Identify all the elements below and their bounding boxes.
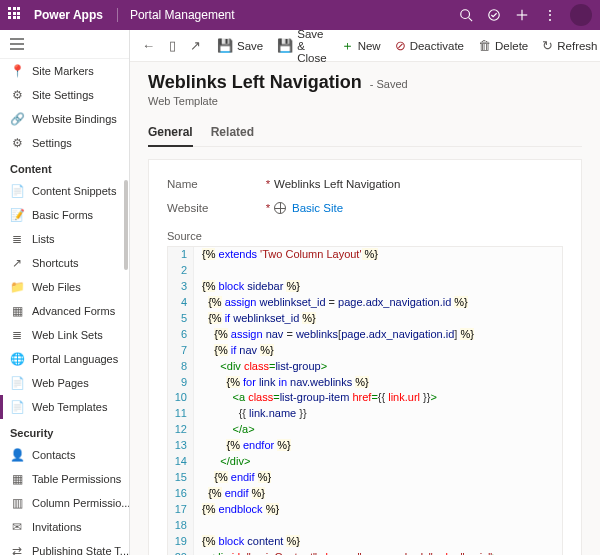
sidebar-item-icon: ≣ bbox=[10, 328, 24, 342]
sidebar-item[interactable]: ▦Advanced Forms bbox=[0, 299, 129, 323]
sidebar-item-icon: 🌐 bbox=[10, 352, 24, 366]
name-label: Name bbox=[167, 178, 262, 190]
source-label: Source bbox=[167, 230, 563, 242]
sidebar-item[interactable]: ≣Lists bbox=[0, 227, 129, 251]
sidebar-item-icon: 📝 bbox=[10, 208, 24, 222]
sidebar-item[interactable]: 📄Web Templates bbox=[0, 395, 129, 419]
sidebar-item-icon: ▦ bbox=[10, 472, 24, 486]
sidebar-item[interactable]: ↗Shortcuts bbox=[0, 251, 129, 275]
sidebar-item[interactable]: ≣Web Link Sets bbox=[0, 323, 129, 347]
deactivate-button[interactable]: ⊘Deactivate bbox=[389, 35, 470, 56]
sidebar-item-icon: 🔗 bbox=[10, 112, 24, 126]
sidebar-item-label: Web Files bbox=[32, 281, 81, 293]
search-icon[interactable] bbox=[452, 8, 480, 22]
sidebar-item[interactable]: ⇄Publishing State T... bbox=[0, 539, 129, 555]
tab-related[interactable]: Related bbox=[211, 119, 254, 146]
website-lookup[interactable]: Basic Site bbox=[292, 202, 343, 214]
name-field[interactable]: Weblinks Left Navigation bbox=[274, 178, 563, 190]
module-label: Portal Management bbox=[117, 8, 235, 22]
global-header: Power Apps Portal Management ⋮ bbox=[0, 0, 600, 30]
sidebar-item[interactable]: 📝Basic Forms bbox=[0, 203, 129, 227]
sidebar-item-label: Site Settings bbox=[32, 89, 94, 101]
sidebar-item[interactable]: 📁Web Files bbox=[0, 275, 129, 299]
more-icon[interactable]: ⋮ bbox=[536, 7, 564, 23]
sidebar-item-icon: ⚙ bbox=[10, 136, 24, 150]
sidebar-item-icon: ⇄ bbox=[10, 544, 24, 555]
sidebar-item[interactable]: ✉Invitations bbox=[0, 515, 129, 539]
save-label: Save bbox=[237, 40, 263, 52]
sidebar-item-label: Content Snippets bbox=[32, 185, 116, 197]
sidebar-item[interactable]: 📍Site Markers bbox=[0, 59, 129, 83]
svg-point-2 bbox=[489, 10, 500, 21]
open-record-set-button[interactable]: ▯ bbox=[163, 35, 182, 56]
sidebar-item-label: Column Permissio... bbox=[32, 497, 129, 509]
sidebar-item-icon: 📄 bbox=[10, 376, 24, 390]
delete-button[interactable]: 🗑Delete bbox=[472, 35, 534, 56]
new-button[interactable]: ＋New bbox=[335, 35, 387, 56]
brand-label: Power Apps bbox=[34, 8, 103, 22]
form-tabs: General Related bbox=[148, 119, 582, 147]
sidebar-item-label: Lists bbox=[32, 233, 55, 245]
refresh-button[interactable]: ↻Refresh bbox=[536, 35, 600, 56]
required-indicator: * bbox=[262, 202, 274, 214]
sidebar-toggle[interactable] bbox=[0, 30, 129, 59]
page-title: Weblinks Left Navigation bbox=[148, 72, 362, 93]
sidebar-item-icon: 👤 bbox=[10, 448, 24, 462]
scrollbar-thumb[interactable] bbox=[124, 180, 128, 270]
command-bar: ← ▯ ↗ 💾Save 💾Save & Close ＋New ⊘Deactiva… bbox=[130, 30, 600, 62]
sidebar-item[interactable]: ⚙Settings bbox=[0, 131, 129, 155]
save-close-button[interactable]: 💾Save & Close bbox=[271, 30, 332, 68]
sidebar-item-icon: ▥ bbox=[10, 496, 24, 510]
sidebar-item-label: Advanced Forms bbox=[32, 305, 115, 317]
form-card: Name * Weblinks Left Navigation Website … bbox=[148, 159, 582, 555]
back-button[interactable]: ← bbox=[136, 35, 161, 56]
delete-label: Delete bbox=[495, 40, 528, 52]
sidebar-item[interactable]: ⚙Site Settings bbox=[0, 83, 129, 107]
sidebar-item[interactable]: 📄Content Snippets bbox=[0, 179, 129, 203]
avatar[interactable] bbox=[570, 4, 592, 26]
sidebar-item-label: Web Pages bbox=[32, 377, 89, 389]
new-label: New bbox=[358, 40, 381, 52]
sidebar-item-label: Website Bindings bbox=[32, 113, 117, 125]
main-area: ← ▯ ↗ 💾Save 💾Save & Close ＋New ⊘Deactiva… bbox=[130, 30, 600, 555]
sidebar-item-label: Publishing State T... bbox=[32, 545, 129, 555]
sidebar-item-label: Contacts bbox=[32, 449, 75, 461]
sidebar-item-icon: 📍 bbox=[10, 64, 24, 78]
sidebar-item-icon: 📄 bbox=[10, 400, 24, 414]
sidebar-section-header: Security bbox=[0, 419, 129, 443]
sidebar-item[interactable]: 👤Contacts bbox=[0, 443, 129, 467]
sidebar-item[interactable]: ▦Table Permissions bbox=[0, 467, 129, 491]
source-editor[interactable]: 1{% extends 'Two Column Layout' %}2 3{% … bbox=[167, 246, 563, 555]
save-close-label: Save & Close bbox=[297, 30, 326, 64]
globe-icon bbox=[274, 202, 286, 214]
sitemap-sidebar: 📍Site Markers⚙Site Settings🔗Website Bind… bbox=[0, 30, 130, 555]
svg-point-0 bbox=[461, 10, 470, 19]
save-button[interactable]: 💾Save bbox=[211, 35, 269, 56]
sidebar-item-label: Settings bbox=[32, 137, 72, 149]
save-status: - Saved bbox=[370, 78, 408, 90]
sidebar-item-label: Table Permissions bbox=[32, 473, 121, 485]
sidebar-item[interactable]: 📄Web Pages bbox=[0, 371, 129, 395]
sidebar-item-icon: ▦ bbox=[10, 304, 24, 318]
sidebar-section-header: Content bbox=[0, 155, 129, 179]
sidebar-item-label: Basic Forms bbox=[32, 209, 93, 221]
tab-general[interactable]: General bbox=[148, 119, 193, 147]
sidebar-item-icon: ✉ bbox=[10, 520, 24, 534]
sidebar-item[interactable]: 🔗Website Bindings bbox=[0, 107, 129, 131]
deactivate-label: Deactivate bbox=[410, 40, 464, 52]
sidebar-item-label: Site Markers bbox=[32, 65, 94, 77]
sidebar-item-icon: ≣ bbox=[10, 232, 24, 246]
task-icon[interactable] bbox=[480, 8, 508, 22]
app-launcher-icon[interactable] bbox=[8, 7, 24, 23]
sidebar-item[interactable]: 🌐Portal Languages bbox=[0, 347, 129, 371]
required-indicator: * bbox=[262, 178, 274, 190]
refresh-label: Refresh bbox=[557, 40, 597, 52]
pop-out-button[interactable]: ↗ bbox=[184, 35, 207, 56]
sidebar-item-label: Portal Languages bbox=[32, 353, 118, 365]
entity-label: Web Template bbox=[148, 95, 582, 107]
add-icon[interactable] bbox=[508, 8, 536, 22]
sidebar-item-label: Invitations bbox=[32, 521, 82, 533]
sidebar-item-label: Web Templates bbox=[32, 401, 107, 413]
sidebar-item-icon: 📄 bbox=[10, 184, 24, 198]
sidebar-item[interactable]: ▥Column Permissio... bbox=[0, 491, 129, 515]
